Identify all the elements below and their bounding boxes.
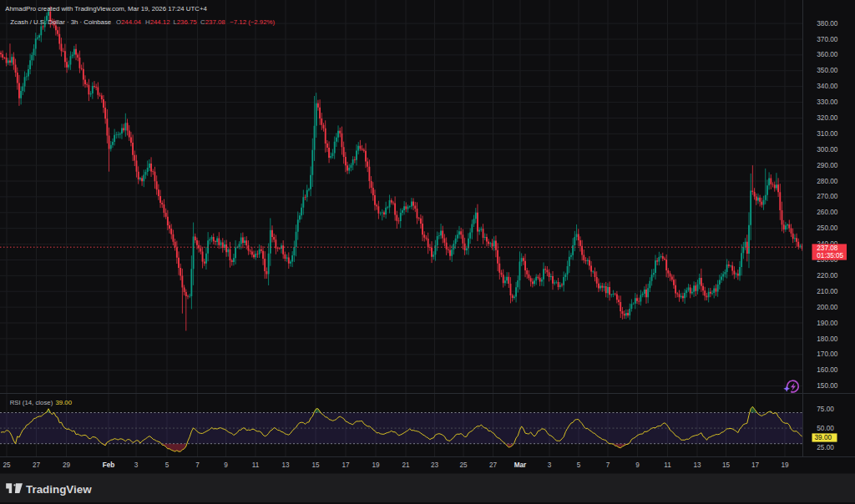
svg-text:330.00: 330.00: [817, 98, 837, 106]
svg-text:27: 27: [33, 461, 41, 469]
svg-text:50.00: 50.00: [817, 425, 834, 432]
svg-text:11: 11: [664, 461, 671, 469]
svg-text:9: 9: [224, 461, 228, 469]
svg-text:9: 9: [635, 461, 640, 469]
svg-text:Zcash / U.S. Dollar · 3h · Coi: Zcash / U.S. Dollar · 3h · Coinbase: [10, 18, 111, 26]
svg-text:17: 17: [341, 461, 350, 469]
svg-text:H244.12: H244.12: [145, 18, 170, 26]
svg-text:210.00: 210.00: [817, 288, 837, 295]
svg-text:19: 19: [781, 461, 789, 469]
svg-text:13: 13: [693, 461, 701, 469]
svg-text:−7.12 (−2.92%): −7.12 (−2.92%): [230, 18, 275, 26]
svg-text:25.00: 25.00: [817, 444, 834, 451]
svg-text:150.00: 150.00: [817, 382, 837, 390]
svg-text:29: 29: [63, 461, 71, 469]
svg-text:160.00: 160.00: [817, 366, 837, 374]
svg-text:19: 19: [372, 461, 380, 469]
svg-text:L236.75: L236.75: [173, 18, 197, 26]
svg-text:RSI (14, close): RSI (14, close): [10, 399, 53, 406]
svg-text:5: 5: [165, 461, 169, 469]
svg-text:AhmadPro created with TradingV: AhmadPro created with TradingView.com, M…: [5, 5, 207, 13]
svg-text:25: 25: [3, 461, 11, 469]
svg-text:TradingView: TradingView: [26, 483, 92, 496]
svg-text:380.00: 380.00: [817, 20, 837, 28]
svg-text:O244.04: O244.04: [116, 18, 142, 26]
svg-text:15: 15: [722, 461, 731, 469]
svg-text:340.00: 340.00: [817, 83, 837, 90]
svg-text:200.00: 200.00: [817, 304, 837, 311]
svg-text:21: 21: [402, 461, 410, 469]
svg-text:280.00: 280.00: [817, 178, 837, 185]
svg-text:75.00: 75.00: [817, 406, 834, 413]
svg-text:237.08: 237.08: [817, 244, 837, 252]
svg-text:15: 15: [311, 461, 320, 469]
svg-text:11: 11: [252, 461, 260, 469]
svg-text:310.00: 310.00: [817, 130, 837, 138]
svg-text:7: 7: [606, 461, 610, 469]
svg-text:17: 17: [751, 461, 760, 469]
svg-text:7: 7: [195, 461, 200, 469]
svg-text:39.00: 39.00: [815, 434, 832, 441]
svg-text:190.00: 190.00: [817, 320, 837, 327]
svg-text:250.00: 250.00: [817, 224, 837, 232]
svg-text:360.00: 360.00: [817, 51, 837, 58]
svg-text:170.00: 170.00: [817, 350, 837, 358]
svg-text:290.00: 290.00: [817, 162, 837, 169]
svg-text:270.00: 270.00: [817, 193, 837, 200]
svg-text:350.00: 350.00: [817, 67, 837, 74]
svg-text:25: 25: [459, 461, 468, 469]
svg-text:13: 13: [281, 461, 290, 469]
svg-text:Feb: Feb: [103, 461, 115, 469]
svg-text:Mar: Mar: [514, 461, 527, 469]
svg-text:27: 27: [489, 461, 498, 469]
svg-text:3: 3: [134, 461, 139, 469]
svg-text:370.00: 370.00: [817, 36, 837, 43]
svg-text:01:35:05: 01:35:05: [817, 252, 843, 260]
svg-text:5: 5: [577, 461, 581, 469]
svg-text:220.00: 220.00: [817, 272, 837, 280]
svg-text:180.00: 180.00: [817, 335, 837, 343]
svg-text:C237.08: C237.08: [200, 18, 225, 26]
svg-text:23: 23: [431, 461, 439, 469]
svg-text:39.00: 39.00: [56, 399, 73, 406]
svg-text:3: 3: [548, 461, 552, 469]
svg-text:300.00: 300.00: [817, 146, 837, 154]
svg-text:260.00: 260.00: [817, 209, 837, 216]
svg-text:320.00: 320.00: [817, 114, 837, 122]
